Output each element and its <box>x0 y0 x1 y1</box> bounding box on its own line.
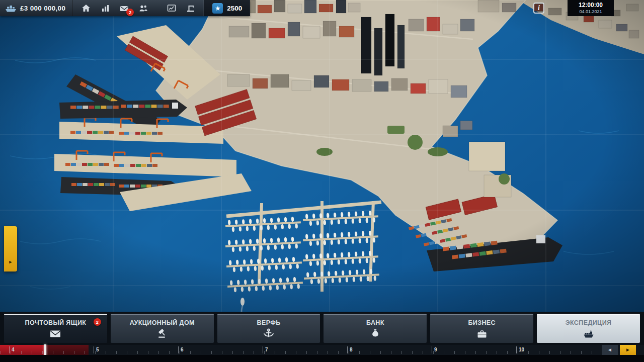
timeline-prev-button[interactable]: ◄ <box>602 345 618 355</box>
briefcase-icon <box>476 328 488 338</box>
port-button[interactable] <box>182 2 200 15</box>
bank-label: БАНК <box>366 319 384 326</box>
stats-icon <box>101 4 110 12</box>
top-bar-right: i 12:00:00 04.01.2021 <box>533 0 644 16</box>
mailbox-badge: 2 <box>94 318 101 326</box>
bottom-strip <box>0 355 644 362</box>
ship-logo-icon <box>5 4 17 12</box>
game-time: 12:00:00 <box>579 2 603 9</box>
game-date: 04.01.2021 <box>579 9 602 15</box>
tick-label: 5 <box>94 346 99 353</box>
star-icon: ★ <box>212 3 223 14</box>
home-button[interactable] <box>77 2 95 15</box>
auction-house-button[interactable]: АУКЦИОННЫЙ ДОМ <box>111 314 214 343</box>
reputation-score: 2500 <box>227 5 242 12</box>
contacts-icon <box>139 4 148 12</box>
auction-house-label: АУКЦИОННЫЙ ДОМ <box>130 319 195 326</box>
timeline-marker[interactable] <box>44 344 46 355</box>
shipyard-label: ВЕРФЬ <box>257 319 280 326</box>
business-label: БИЗНЕС <box>468 319 496 326</box>
expedition-button[interactable]: ЭКСПЕДИЦИЯ <box>537 314 640 343</box>
info-icon: i <box>538 4 540 12</box>
chart-button[interactable] <box>163 2 181 15</box>
gavel-icon <box>156 328 168 338</box>
tick-label: 8 <box>347 346 353 353</box>
tick-label: 4 <box>9 346 15 353</box>
ship-icon <box>583 328 594 338</box>
bank-button[interactable]: БАНК <box>324 314 427 343</box>
side-panel-toggle[interactable]: ► <box>4 226 17 272</box>
envelope-icon <box>50 328 61 338</box>
reputation-display[interactable]: ★ 2500 <box>204 0 250 16</box>
clock-panel: 12:00:00 04.01.2021 <box>568 0 614 16</box>
timeline-next-button[interactable]: ► <box>620 345 636 355</box>
tick-label: 9 <box>432 346 437 353</box>
business-button[interactable]: БИЗНЕС <box>430 314 533 343</box>
port-map[interactable] <box>0 0 644 314</box>
money-display: £3 000 000,00 <box>0 0 73 16</box>
mailbox-button[interactable]: ПОЧТОВЫЙ ЯЩИК 2 <box>4 314 107 343</box>
money-bag-icon <box>370 328 381 338</box>
expedition-label: ЭКСПЕДИЦИЯ <box>566 319 612 326</box>
game-screen: £3 000 000,00 2 <box>0 0 644 362</box>
shipyard-button[interactable]: ВЕРФЬ <box>217 314 320 343</box>
timeline-scrubber[interactable]: 4 5 6 7 8 9 10 ◄ ► <box>0 345 644 355</box>
timeline-ruler <box>0 351 602 354</box>
mail-button[interactable]: 2 <box>115 2 133 15</box>
anchor-icon <box>263 328 274 338</box>
vignette <box>0 0 644 314</box>
money-balance: £3 000 000,00 <box>20 5 65 12</box>
tick-label: 10 <box>516 346 524 353</box>
top-icon-bar: 2 <box>73 0 204 16</box>
chart-icon <box>167 4 176 12</box>
info-button[interactable]: i <box>533 3 544 14</box>
bottom-menu: ПОЧТОВЫЙ ЯЩИК 2 АУКЦИОННЫЙ ДОМ ВЕРФЬ БАН… <box>0 312 644 345</box>
home-icon <box>82 4 91 12</box>
port-crane-icon <box>186 4 195 12</box>
chevron-right-icon: ► <box>9 260 13 264</box>
top-bar-left: £3 000 000,00 2 <box>0 0 250 16</box>
mailbox-label: ПОЧТОВЫЙ ЯЩИК <box>25 319 87 326</box>
contacts-button[interactable] <box>134 2 152 15</box>
stats-button[interactable] <box>96 2 114 15</box>
tick-label: 7 <box>263 346 268 353</box>
mail-badge: 2 <box>126 9 134 16</box>
tick-label: 6 <box>178 346 184 353</box>
